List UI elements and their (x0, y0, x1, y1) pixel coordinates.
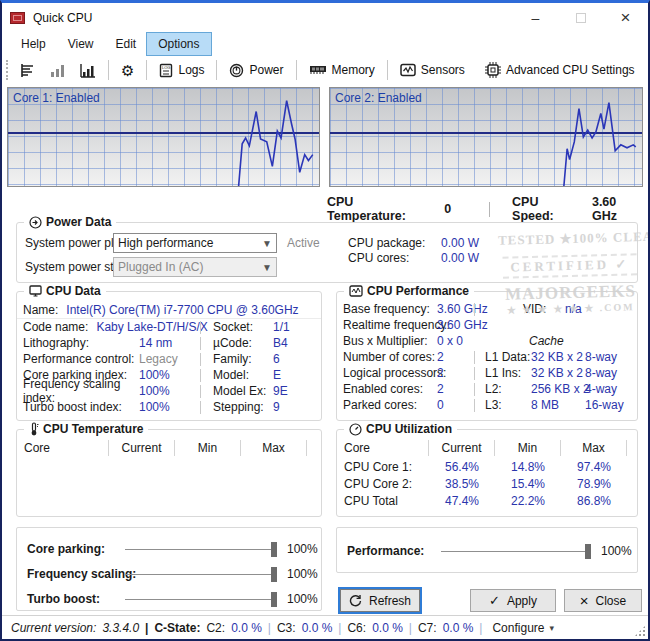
cstate-value: 0.0 % (231, 621, 262, 635)
menu-item-edit[interactable]: Edit (104, 33, 147, 55)
cpu-speed-value: 3.60 GHz (592, 195, 642, 223)
apply-button[interactable]: ✓ Apply (470, 589, 556, 612)
cpu-data-row-rlabel: Socket: (213, 320, 253, 334)
advanced-cpu-settings-button[interactable]: Advanced CPU Settings (478, 59, 642, 81)
toolbar-grip[interactable] (6, 60, 9, 80)
bar-chart-line-icon (80, 63, 96, 78)
memory-button[interactable]: Memory (302, 60, 382, 80)
utilization-current: 56.4% (429, 460, 495, 474)
maximize-button[interactable] (558, 3, 603, 33)
sensors-button[interactable]: Sensors (393, 60, 472, 80)
cpu-data-row-rvalue: B4 (273, 336, 288, 350)
menu-bar: HelpViewEditOptions (2, 33, 648, 55)
chart-line-button[interactable] (73, 60, 103, 81)
settings-button[interactable]: ⚙ (114, 60, 141, 81)
performance-slider-value: 100% (601, 544, 632, 558)
slider-thumb[interactable] (271, 567, 277, 582)
menu-item-options[interactable]: Options (147, 33, 210, 55)
close-action-button[interactable]: × Close (564, 589, 642, 612)
cpu-package-label: CPU package: (348, 236, 425, 250)
core2-graph-label: Core 2: Enabled (335, 91, 422, 105)
monitor-icon (29, 285, 42, 297)
chart-horizontal-button[interactable] (13, 60, 43, 81)
cpu-performance-row-value: 0 (437, 398, 444, 412)
utilization-table-row: CPU Core 1:56.4%14.8%97.4% (337, 458, 637, 475)
cache-row-size: 256 KB x 2 (531, 382, 590, 396)
minimize-button[interactable]: – (513, 3, 558, 33)
window-controls: – × (513, 3, 648, 33)
chevron-down-icon: ▼ (262, 262, 272, 273)
cpu-performance-row-label: Realtime frequency: (337, 318, 450, 332)
apply-label: Apply (507, 594, 537, 608)
toolbar-separator (108, 60, 109, 80)
memory-icon (309, 64, 327, 76)
slider-row-frequency-scaling: Frequency scaling:100% (17, 565, 321, 583)
slider-label: Frequency scaling: (27, 567, 136, 581)
column-divider (474, 383, 475, 396)
slider-thumb[interactable] (271, 542, 277, 557)
slider-track[interactable] (125, 549, 277, 550)
cpu-data-row-value: Legacy (139, 352, 178, 366)
cpu-temperature-label: CPU Temperature: (327, 195, 430, 223)
utilization-min: 22.2% (495, 494, 561, 508)
table-header-current: Current (429, 440, 495, 456)
cpu-data-row-label: Lithography: (17, 336, 139, 350)
cpu-data-row-rvalue: E (273, 368, 281, 382)
cache-row-size: 32 KB x 2 (531, 366, 583, 380)
cache-row-assoc: 8-way (585, 350, 617, 364)
utilization-core: CPU Core 2: (337, 477, 429, 491)
chart-bars-button[interactable] (43, 60, 73, 81)
resize-grip[interactable] (634, 625, 646, 637)
cpu-performance-group: CPU Performance Base frequency:3.60 GHzV… (336, 291, 638, 421)
gauge-icon (349, 423, 362, 436)
core1-graph-panel: Core 1: Enabled (7, 87, 320, 187)
power-state-value: Plugged In (AC) (118, 260, 203, 274)
cpu-data-row-value: Kaby Lake-DT/H/S/X (96, 320, 207, 334)
cpu-data-row-rlabel: Stepping: (213, 400, 264, 414)
bar-chart-icon (50, 63, 66, 78)
close-button[interactable]: × (603, 3, 648, 33)
performance-slider-thumb[interactable] (585, 544, 591, 559)
slider-track[interactable] (125, 599, 277, 600)
power-button[interactable]: Power (222, 60, 290, 81)
column-divider (200, 401, 201, 414)
slider-track[interactable] (125, 574, 277, 575)
performance-slider-track[interactable] (441, 551, 591, 552)
menu-item-view[interactable]: View (57, 33, 105, 55)
cpu-package-value: 0.00 W (441, 236, 479, 250)
statusbar-separator: | (268, 621, 271, 635)
refresh-button[interactable]: Refresh (340, 589, 420, 612)
menu-item-help[interactable]: Help (10, 33, 57, 55)
version-label: Current version: (11, 621, 96, 635)
power-plug-icon (29, 216, 42, 229)
configure-menu[interactable]: Configure ▾ (492, 621, 554, 635)
cpu-data-row: Turbo boost index:100%Stepping:9 (17, 399, 321, 415)
power-data-group: Power Data System power plan: High perfo… (16, 222, 638, 283)
chevron-down-icon: ▾ (549, 623, 554, 633)
cstate-value: 0.0 % (302, 621, 333, 635)
performance-slider-panel: Performance: 100% (336, 527, 638, 573)
cpu-chip-icon (485, 62, 501, 78)
cpu-performance-title: CPU Performance (344, 284, 474, 298)
svg-text:LOG: LOG (162, 65, 170, 70)
title-bar: Quick CPU – × (2, 3, 648, 33)
slider-row-turbo-boost: Turbo boost:100% (17, 590, 321, 608)
power-icon (229, 63, 244, 78)
column-divider (474, 399, 475, 412)
cpu-cores-value: 0.00 W (441, 251, 479, 265)
cache-row-label: L3: (485, 398, 502, 412)
logs-button[interactable]: LOG Logs (152, 60, 211, 81)
temperature-table-header: CoreCurrentMinMax (17, 438, 321, 458)
cpu-data-row: Lithography:14 nmµCode:B4 (17, 335, 321, 351)
thermometer-icon (29, 422, 39, 436)
cpu-data-row-label: Code name: (17, 320, 88, 334)
utilization-core: CPU Core 1: (337, 460, 429, 474)
cpu-performance-row: Realtime frequency:3.60 GHz (337, 317, 637, 333)
cpu-data-row-label: Turbo boost index: (17, 400, 139, 414)
cpu-data-row-rvalue: 9 (273, 400, 280, 414)
power-plan-select[interactable]: High performance ▼ (113, 233, 277, 253)
slider-thumb[interactable] (271, 592, 277, 607)
statusbar-separator: | (338, 621, 341, 635)
cpu-performance-row-value: 0 x 0 (437, 334, 463, 348)
cpu-data-row-value: 100% (139, 368, 170, 382)
